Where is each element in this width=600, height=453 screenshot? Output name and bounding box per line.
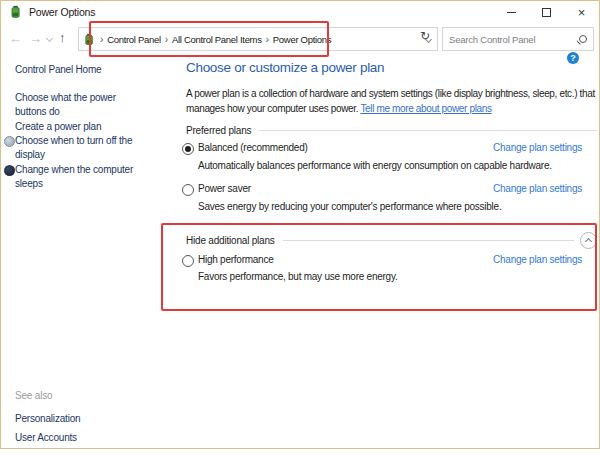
maximize-button[interactable] (529, 1, 564, 23)
see-also-heading: See also (15, 390, 52, 401)
breadcrumb-chevron-icon: › (165, 34, 168, 45)
help-icon[interactable]: ? (567, 52, 579, 64)
display-icon (4, 136, 15, 147)
power-options-icon (83, 33, 96, 46)
window-title: Power Options (29, 1, 95, 23)
plan-label-high-performance[interactable]: High performance (198, 254, 273, 265)
plan-desc-high-performance: Favors performance, but may use more ene… (198, 271, 397, 282)
sidebar-item-create-plan[interactable]: Create a power plan (15, 120, 155, 134)
plan-desc-balanced: Automatically balances performance with … (198, 160, 552, 171)
forward-icon[interactable]: → (29, 31, 42, 46)
close-icon: × (578, 6, 585, 19)
radio-balanced[interactable] (182, 143, 194, 155)
plan-label-balanced[interactable]: Balanced (recommended) (198, 142, 308, 153)
sidebar-item-turn-off-display[interactable]: Choose when to turn off the display (15, 134, 145, 162)
search-input[interactable] (449, 34, 579, 45)
sidebar-item-user-accounts[interactable]: User Accounts (15, 431, 77, 445)
preferred-plans-header: Preferred plans (186, 122, 597, 138)
section-divider (283, 240, 574, 241)
tell-me-more-link[interactable]: Tell me more about power plans (360, 103, 491, 114)
power-options-icon (9, 5, 23, 19)
sidebar-item-power-buttons[interactable]: Choose what the power buttons do (15, 91, 137, 119)
minimize-button[interactable] (494, 1, 529, 23)
sidebar-item-personalization[interactable]: Personalization (15, 412, 80, 426)
radio-power-saver[interactable] (182, 184, 194, 196)
minimize-icon (507, 12, 516, 13)
section-divider (259, 130, 597, 131)
title-bar: Power Options × (1, 1, 599, 23)
search-box[interactable] (442, 27, 594, 51)
back-icon[interactable]: ← (9, 31, 22, 46)
sleep-icon (4, 165, 15, 176)
refresh-icon[interactable]: ↻ (420, 29, 430, 43)
change-plan-settings-power-saver[interactable]: Change plan settings (493, 183, 582, 194)
chevron-up-icon (585, 237, 592, 244)
additional-plans-header: Hide additional plans (186, 232, 597, 248)
section-title: Hide additional plans (186, 235, 275, 246)
address-bar[interactable]: › Control Panel › All Control Panel Item… (78, 27, 438, 51)
plan-label-power-saver[interactable]: Power saver (198, 183, 251, 194)
plan-desc-power-saver: Saves energy by reducing your computer's… (198, 201, 501, 212)
page-title: Choose or customize a power plan (186, 60, 384, 75)
section-title: Preferred plans (186, 125, 251, 136)
sidebar-item-computer-sleeps[interactable]: Change when the computer sleeps (15, 163, 141, 191)
power-options-window: Power Options × ← → ↑ › Control Panel › … (0, 0, 600, 449)
radio-high-performance[interactable] (182, 255, 194, 267)
breadcrumb-power-options[interactable]: Power Options (273, 34, 331, 45)
breadcrumb-all-items[interactable]: All Control Panel Items (172, 34, 262, 45)
breadcrumb-chevron-icon: › (100, 34, 103, 45)
search-icon[interactable] (579, 35, 587, 43)
sidebar-item-control-panel-home[interactable]: Control Panel Home (15, 63, 101, 77)
change-plan-settings-balanced[interactable]: Change plan settings (493, 142, 582, 153)
change-plan-settings-high-performance[interactable]: Change plan settings (493, 254, 582, 265)
up-icon[interactable]: ↑ (59, 30, 65, 45)
intro-text: A power plan is a collection of hardware… (186, 86, 600, 116)
breadcrumb-control-panel[interactable]: Control Panel (107, 34, 161, 45)
close-button[interactable]: × (564, 1, 599, 23)
recent-locations-chevron-icon[interactable] (46, 35, 53, 42)
maximize-icon (542, 8, 551, 17)
breadcrumb-chevron-icon: › (266, 34, 269, 45)
collapse-plans-button[interactable] (580, 232, 597, 249)
